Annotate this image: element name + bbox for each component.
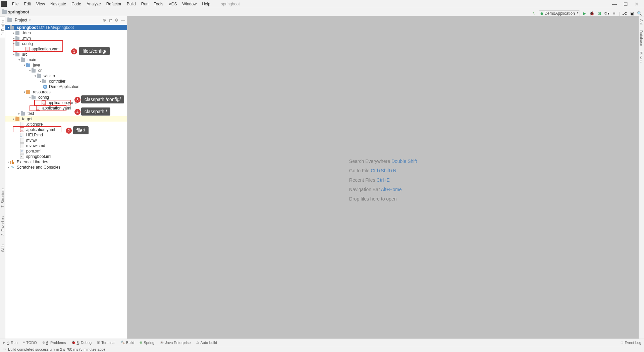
status-message: Build completed successfully in 2 s 780 … <box>8 347 105 351</box>
tree-node-winkto[interactable]: winkto <box>5 73 127 79</box>
file-icon <box>20 138 24 143</box>
tree-node-target[interactable]: target <box>5 116 127 122</box>
menu-refactor[interactable]: Refactor <box>104 1 124 7</box>
stop-icon[interactable]: ■ <box>611 11 617 16</box>
annotation-label-3: classpath:/config/ <box>81 95 124 103</box>
tree-external-libs[interactable]: External Libraries <box>5 159 127 165</box>
tree-root[interactable]: springbootD:\ITEM\springboot <box>5 25 127 30</box>
web-tool-tab[interactable]: Web <box>0 242 5 255</box>
bottom-tool-tabs: ▶4: 4: RunRun ≡TODO ⊘6: Problems 🐞5: Deb… <box>0 339 644 346</box>
tree-node-idea[interactable]: .idea <box>5 30 127 36</box>
folder-icon <box>21 58 25 62</box>
tree-node-main[interactable]: main <box>5 57 127 62</box>
tree-node-cn[interactable]: cn <box>5 68 127 73</box>
right-tool-strip: Ant Database Maven <box>639 16 644 344</box>
event-log-icon: ◻ <box>621 341 623 344</box>
menu-run[interactable]: Run <box>139 1 151 7</box>
tree-scratches[interactable]: ✎Scratches and Consoles <box>5 165 127 170</box>
tree-node-mvnw[interactable]: mvnw <box>5 138 127 143</box>
folder-icon <box>15 37 19 40</box>
menu-navigate[interactable]: Navigate <box>48 1 69 7</box>
project-name-hint: springboot <box>218 1 243 7</box>
shortcut-nav: Alt+Home <box>381 187 402 192</box>
tree-node-demoapp[interactable]: cDemoApplication <box>5 84 127 89</box>
menu-analyze[interactable]: Analyze <box>84 1 104 7</box>
git-icon[interactable]: ⎇ <box>622 11 627 16</box>
search-icon[interactable]: 🔍 <box>637 11 642 16</box>
resources-folder-icon <box>26 90 30 94</box>
yaml-icon <box>25 47 30 51</box>
folder-icon <box>2 10 7 14</box>
locate-icon[interactable]: ⊕ <box>103 18 106 23</box>
maven-tool-tab[interactable]: Maven <box>639 49 644 65</box>
status-icon[interactable]: ▭ <box>3 347 6 351</box>
yaml-icon <box>42 100 46 105</box>
structure-tool-tab[interactable]: 7: Structure <box>0 186 5 210</box>
hide-icon[interactable]: — <box>121 18 125 23</box>
tree-node-mvn[interactable]: .mvn <box>5 36 127 41</box>
annotation-badge-1: 1 <box>71 48 77 54</box>
tab-build[interactable]: 🔨Build <box>121 341 134 345</box>
library-icon <box>10 160 15 164</box>
tree-node-config[interactable]: config <box>5 41 127 46</box>
tree-node-java[interactable]: java <box>5 62 127 68</box>
favorites-tool-tab[interactable]: 2: Favorites <box>0 214 5 238</box>
menu-build[interactable]: Build <box>124 1 139 7</box>
tab-run[interactable]: ▶4: 4: RunRun <box>3 341 17 345</box>
tab-autobuild[interactable]: ⚠Auto-build <box>196 341 217 345</box>
debug-icon[interactable]: 🐞 <box>589 11 595 16</box>
layout-icon[interactable]: ▣ <box>629 11 635 16</box>
root-path: D:\ITEM\springboot <box>39 25 74 30</box>
project-tool-tab[interactable]: 1: Project <box>0 16 5 38</box>
tab-spring[interactable]: ❀Spring <box>140 341 154 345</box>
tab-debug[interactable]: 🐞5: Debug <box>71 341 92 345</box>
close-icon[interactable]: ✕ <box>635 1 639 7</box>
tab-event-log[interactable]: ◻Event Log <box>621 341 641 345</box>
expand-icon[interactable]: ⇄ <box>109 18 112 23</box>
project-tree[interactable]: springbootD:\ITEM\springboot .idea .mvn … <box>5 24 127 344</box>
maximize-icon[interactable]: ☐ <box>624 1 628 7</box>
window-controls: — ☐ ✕ <box>612 1 643 7</box>
run-icon[interactable]: ▶ <box>582 11 587 16</box>
tab-todo[interactable]: ≡TODO <box>23 341 37 345</box>
md-icon <box>20 133 24 137</box>
breadcrumb-project[interactable]: springboot <box>8 10 29 14</box>
menu-help[interactable]: Help <box>199 1 213 7</box>
javaee-icon: ☕ <box>160 341 164 344</box>
folder-icon <box>15 42 19 46</box>
maven-icon <box>20 149 24 153</box>
minimize-icon[interactable]: — <box>612 1 617 7</box>
status-bar: ▭ Build completed successfully in 2 s 78… <box>0 346 644 352</box>
menu-view[interactable]: View <box>34 1 48 7</box>
menu-window[interactable]: Window <box>179 1 199 7</box>
problems-icon: ⊘ <box>42 341 45 344</box>
ant-tool-tab[interactable]: Ant <box>639 16 644 28</box>
menu-edit[interactable]: Edit <box>21 1 34 7</box>
editor-area[interactable]: Search Everywhere Double Shift Go to Fil… <box>127 16 639 344</box>
run-config-dropdown[interactable]: ⬢ DemoApplication <box>539 10 580 16</box>
tree-node-resources[interactable]: resources <box>5 89 127 95</box>
tree-node-pom[interactable]: pom.xml <box>5 148 127 154</box>
profile-icon[interactable]: ↻▾ <box>604 11 609 16</box>
tab-javaee[interactable]: ☕Java Enterprise <box>160 341 191 345</box>
back-icon[interactable]: ↖ <box>531 11 537 16</box>
tree-node-helpmd[interactable]: HELP.md <box>5 132 127 138</box>
tree-node-iml[interactable]: springboot.iml <box>5 154 127 159</box>
tree-node-controller[interactable]: controller <box>5 79 127 84</box>
tree-node-mvnwcmd[interactable]: mvnw.cmd <box>5 143 127 148</box>
menu-vcs[interactable]: VCS <box>166 1 180 7</box>
run-config-label: DemoApplication <box>544 11 575 16</box>
tab-terminal[interactable]: ▣Terminal <box>97 341 115 345</box>
menu-tools[interactable]: Tools <box>151 1 166 7</box>
project-panel-title[interactable]: Project ▾ <box>7 18 31 23</box>
tree-node-gitignore[interactable]: .gitignore <box>5 122 127 127</box>
panel-header-actions: ⊕ ⇄ ⚙ — <box>103 18 125 23</box>
gear-icon[interactable]: ⚙ <box>115 18 118 23</box>
menu-code[interactable]: Code <box>69 1 84 7</box>
coverage-icon[interactable]: ⊡ <box>597 11 602 16</box>
menu-file[interactable]: File <box>9 1 21 7</box>
tab-problems[interactable]: ⊘6: Problems <box>42 341 66 345</box>
database-tool-tab[interactable]: Database <box>639 28 644 49</box>
welcome-search: Search Everywhere <box>349 159 391 164</box>
package-icon <box>32 69 36 73</box>
